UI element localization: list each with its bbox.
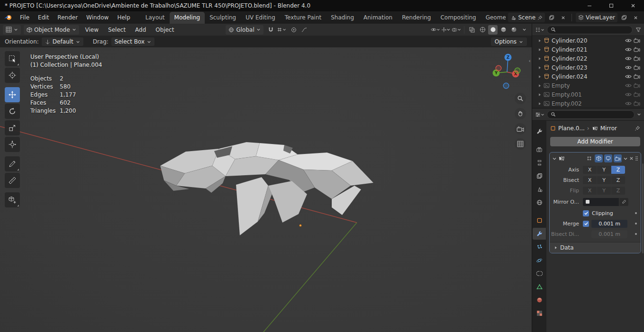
shading-wireframe-icon[interactable] — [478, 25, 487, 35]
tool-rotate[interactable] — [5, 104, 20, 119]
menu-window[interactable]: Window — [82, 13, 112, 22]
render-visibility-icon[interactable] — [634, 92, 640, 97]
scene-selector[interactable]: Scene — [508, 13, 545, 22]
tab-texture-paint[interactable]: Texture Paint — [280, 12, 326, 24]
data-subpanel-header[interactable]: Data — [550, 242, 641, 253]
pin-id-icon[interactable] — [635, 126, 640, 131]
shading-solid-icon[interactable] — [488, 25, 498, 35]
render-visibility-icon[interactable] — [634, 101, 640, 106]
viewlayer-selector[interactable]: ViewLayer — [576, 13, 617, 22]
properties-options-dropdown[interactable] — [637, 112, 641, 117]
axis-x-button[interactable]: X — [583, 166, 597, 174]
props-tab-texture[interactable] — [533, 307, 546, 319]
mirror-object-field[interactable] — [583, 198, 619, 206]
menu-render[interactable]: Render — [54, 13, 82, 22]
tab-layout[interactable]: Layout — [141, 12, 170, 24]
menu-add[interactable]: Add — [132, 25, 149, 35]
xray-toggle-icon[interactable] — [467, 25, 477, 35]
show-in-edit-mode-toggle[interactable] — [595, 154, 603, 162]
hide-eye-icon[interactable] — [625, 56, 632, 61]
menu-view[interactable]: View — [82, 25, 102, 35]
hide-eye-icon[interactable] — [625, 92, 632, 97]
outliner-row-cylinder-020[interactable]: Cylinder.020 — [532, 36, 644, 45]
bisect-y-button[interactable]: Y — [597, 176, 611, 184]
flip-y-button[interactable]: Y — [597, 187, 611, 195]
expand-icon[interactable] — [538, 102, 542, 106]
minimize-button[interactable] — [579, 0, 600, 11]
shading-options-dropdown[interactable] — [519, 25, 529, 35]
tool-measure[interactable] — [5, 173, 20, 188]
render-visibility-icon[interactable] — [634, 74, 640, 79]
menu-object[interactable]: Object — [152, 25, 177, 35]
tab-shading[interactable]: Shading — [326, 12, 359, 24]
drag-handle-icon[interactable] — [635, 156, 638, 161]
render-visibility-icon[interactable] — [634, 65, 640, 70]
props-tab-object-data[interactable] — [533, 281, 546, 293]
render-visibility-icon[interactable] — [634, 83, 640, 88]
props-tab-tool[interactable] — [533, 126, 546, 137]
tab-sculpting[interactable]: Sculpting — [205, 12, 241, 24]
tool-move[interactable] — [5, 87, 20, 102]
gizmo-x-negative[interactable] — [496, 65, 501, 71]
shading-material-icon[interactable] — [499, 25, 508, 35]
object-visibility-dropdown[interactable] — [431, 25, 440, 35]
outliner-row-cylinder-024[interactable]: Cylinder.024 — [532, 72, 644, 81]
expand-icon[interactable] — [538, 39, 542, 43]
axis-z-button[interactable]: Z — [611, 166, 625, 174]
axis-y-button[interactable]: Y — [597, 166, 611, 174]
render-visibility-icon[interactable] — [634, 47, 640, 52]
expand-icon[interactable] — [538, 75, 542, 79]
toggle-view-grid-icon[interactable] — [515, 138, 526, 150]
snap-settings-dropdown[interactable] — [277, 25, 286, 35]
options-button[interactable]: Options — [491, 37, 527, 46]
menu-help[interactable]: Help — [113, 13, 134, 22]
show-realtime-toggle[interactable] — [604, 154, 612, 162]
tool-cursor[interactable] — [5, 68, 20, 83]
clipping-keyframe-dot[interactable] — [635, 212, 637, 214]
transform-orientation-dropdown[interactable]: Global — [226, 25, 263, 35]
breadcrumb-object[interactable]: Plane.0... — [558, 125, 585, 132]
props-tab-physics[interactable] — [533, 254, 546, 266]
bisect-distance-keyframe-dot[interactable] — [635, 233, 637, 235]
maximize-button[interactable] — [600, 0, 622, 11]
outliner-filter-icon[interactable] — [635, 25, 641, 35]
eyedropper-icon[interactable] — [619, 198, 628, 206]
hide-eye-icon[interactable] — [625, 65, 632, 70]
outliner-search-input[interactable] — [558, 27, 629, 33]
gizmo-z-negative[interactable] — [503, 83, 509, 89]
hide-eye-icon[interactable] — [625, 47, 632, 52]
show-render-toggle[interactable] — [614, 154, 622, 162]
flip-x-button[interactable]: X — [583, 187, 597, 195]
properties-editor-type-button[interactable] — [535, 110, 544, 119]
remove-modifier-icon[interactable] — [629, 156, 634, 161]
outliner-editor-type-button[interactable] — [535, 25, 544, 35]
pin-scene-icon[interactable] — [537, 15, 543, 20]
render-visibility-icon[interactable] — [634, 38, 640, 43]
editor-type-button[interactable] — [3, 25, 21, 35]
unlink-scene-icon[interactable] — [558, 13, 568, 22]
bisect-x-button[interactable]: X — [583, 176, 597, 184]
bisect-distance-field[interactable]: 0.001 m — [591, 230, 627, 238]
snap-magnet-icon[interactable] — [266, 25, 276, 35]
flip-z-button[interactable]: Z — [611, 187, 625, 195]
gizmo-y-negative[interactable] — [515, 68, 520, 73]
render-visibility-icon[interactable] — [634, 56, 640, 61]
zoom-icon[interactable] — [515, 93, 526, 104]
proportional-edit-icon[interactable] — [289, 25, 299, 35]
menu-select[interactable]: Select — [105, 25, 129, 35]
sidebar-collapse-arrow[interactable]: ‹ — [528, 57, 532, 65]
remove-viewlayer-icon[interactable] — [631, 13, 640, 22]
outliner-row-empty-001[interactable]: Empty.001 — [532, 90, 644, 99]
tool-annotate[interactable] — [5, 156, 20, 171]
properties-scrollbar[interactable] — [642, 163, 644, 253]
expand-icon[interactable] — [538, 48, 542, 52]
tab-modeling[interactable]: Modeling — [170, 12, 205, 24]
props-tab-material[interactable] — [533, 294, 546, 306]
model-object[interactable] — [160, 142, 373, 235]
tab-geometry-nodes[interactable]: Geome — [481, 12, 506, 24]
blender-logo-icon[interactable] — [3, 13, 13, 22]
merge-threshold-field[interactable]: 0.001 m — [591, 220, 627, 228]
props-tab-object[interactable] — [533, 215, 546, 226]
3d-viewport[interactable]: User Perspective (Local) (1) Collection … — [0, 47, 532, 332]
camera-view-icon[interactable] — [515, 123, 526, 135]
